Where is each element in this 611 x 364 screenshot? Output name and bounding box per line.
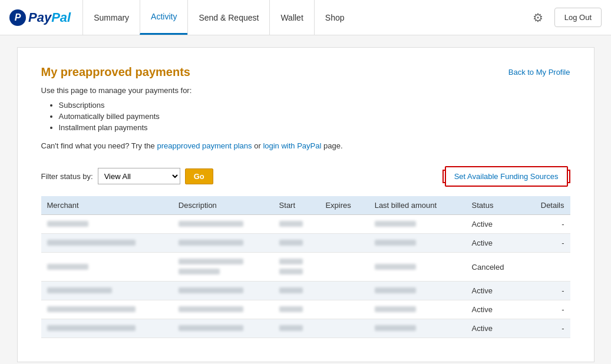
login-paypal-link[interactable]: login with PayPal <box>263 141 321 150</box>
col-last-billed: Last billed amount <box>369 196 466 215</box>
start-cell <box>273 300 320 319</box>
col-description: Description <box>173 196 273 215</box>
paypal-logo: P PayPal <box>9 9 71 26</box>
main-nav: Summary Activity Send & Request Wallet S… <box>82 0 529 35</box>
last-billed-cell <box>369 282 466 300</box>
filter-bar: Filter status by: View All Active Cancel… <box>41 162 570 190</box>
expires-cell <box>319 234 368 253</box>
table-row: Active - <box>41 319 570 338</box>
table-row: Canceled <box>41 253 570 282</box>
cant-find-text: Can't find what you need? Try the preapp… <box>41 141 570 150</box>
details-cell: - <box>524 234 570 253</box>
title-row: Back to My Profile My preapproved paymen… <box>41 65 570 86</box>
description-cell <box>173 234 273 253</box>
merchant-cell <box>41 282 173 300</box>
status-cell: Active <box>466 234 524 253</box>
filter-label: Filter status by: <box>41 172 93 181</box>
details-cell: - <box>524 282 570 300</box>
table-body: Active - Active - Canceled <box>41 215 570 338</box>
status-cell: Canceled <box>466 253 524 282</box>
expires-cell <box>319 319 368 338</box>
logo-area: P PayPal <box>9 9 71 26</box>
col-expires: Expires <box>319 196 368 215</box>
page-title: My preapproved payments <box>41 65 570 79</box>
nav-item-summary[interactable]: Summary <box>82 0 140 35</box>
status-cell: Active <box>466 282 524 300</box>
back-to-profile-link[interactable]: Back to My Profile <box>508 68 570 77</box>
start-cell <box>273 319 320 338</box>
set-funding-sources-button[interactable]: Set Available Funding Sources <box>445 166 568 187</box>
expires-cell <box>319 253 368 282</box>
filter-left: Filter status by: View All Active Cancel… <box>41 168 213 184</box>
description-cell <box>173 300 273 319</box>
merchant-cell <box>41 215 173 234</box>
details-cell: - <box>524 300 570 319</box>
payments-table: Merchant Description Start Expires Last … <box>41 196 570 338</box>
nav-item-activity[interactable]: Activity <box>140 0 187 35</box>
paypal-wordmark: PayPal <box>28 10 71 25</box>
details-cell: - <box>524 319 570 338</box>
settings-icon[interactable]: ⚙ <box>529 8 547 27</box>
feature-item-subscriptions: Subscriptions <box>59 101 570 110</box>
status-cell: Active <box>466 300 524 319</box>
merchant-cell <box>41 319 173 338</box>
table-row: Active - <box>41 300 570 319</box>
nav-item-send-request[interactable]: Send & Request <box>187 0 269 35</box>
description-cell <box>173 319 273 338</box>
page-description: Use this page to manage your payments fo… <box>41 86 570 95</box>
status-cell: Active <box>466 215 524 234</box>
logout-button[interactable]: Log Out <box>554 8 602 27</box>
expires-cell <box>319 300 368 319</box>
main-content: Back to My Profile My preapproved paymen… <box>17 47 595 362</box>
go-button[interactable]: Go <box>185 168 213 184</box>
last-billed-cell <box>369 253 466 282</box>
col-start: Start <box>273 196 320 215</box>
table-header-row: Merchant Description Start Expires Last … <box>41 196 570 215</box>
last-billed-cell <box>369 319 466 338</box>
nav-item-shop[interactable]: Shop <box>314 0 355 35</box>
description-cell <box>173 282 273 300</box>
start-cell <box>273 253 320 282</box>
expires-cell <box>319 215 368 234</box>
expires-cell <box>319 282 368 300</box>
header: P PayPal Summary Activity Send & Request… <box>0 0 611 35</box>
nav-item-wallet[interactable]: Wallet <box>269 0 313 35</box>
col-merchant: Merchant <box>41 196 173 215</box>
funding-sources-container: Set Available Funding Sources <box>442 170 570 183</box>
last-billed-cell <box>369 300 466 319</box>
details-cell <box>524 253 570 282</box>
description-cell <box>173 215 273 234</box>
table-header: Merchant Description Start Expires Last … <box>41 196 570 215</box>
description-cell <box>173 253 273 282</box>
col-details: Details <box>524 196 570 215</box>
feature-item-installment: Installment plan payments <box>59 123 570 132</box>
last-billed-cell <box>369 215 466 234</box>
start-cell <box>273 215 320 234</box>
merchant-cell <box>41 300 173 319</box>
col-status: Status <box>466 196 524 215</box>
merchant-cell <box>41 253 173 282</box>
header-right: ⚙ Log Out <box>529 8 602 27</box>
last-billed-cell <box>369 234 466 253</box>
feature-list: Subscriptions Automatically billed payme… <box>59 101 570 132</box>
details-cell: - <box>524 215 570 234</box>
preapproved-plans-link[interactable]: preapproved payment plans <box>157 141 252 150</box>
merchant-cell <box>41 234 173 253</box>
filter-status-select[interactable]: View All Active Canceled Expired <box>98 168 180 184</box>
feature-item-auto-billed: Automatically billed payments <box>59 112 570 121</box>
paypal-p-icon: P <box>9 9 26 26</box>
start-cell <box>273 234 320 253</box>
start-cell <box>273 282 320 300</box>
table-row: Active - <box>41 282 570 300</box>
table-row: Active - <box>41 234 570 253</box>
table-row: Active - <box>41 215 570 234</box>
status-cell: Active <box>466 319 524 338</box>
